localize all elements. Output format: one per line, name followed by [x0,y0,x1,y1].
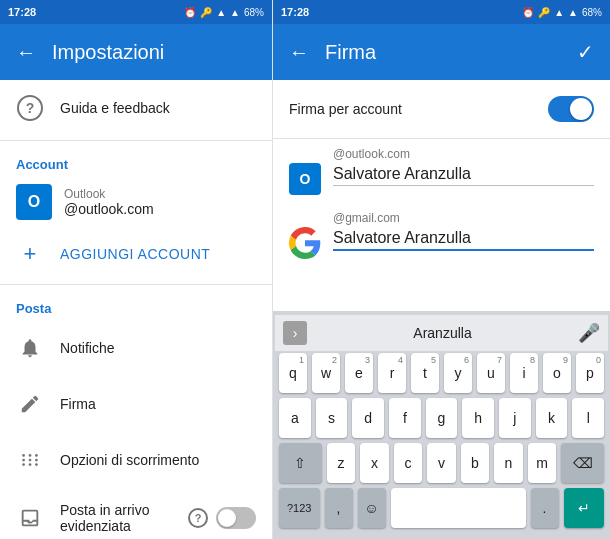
outlook-account-item[interactable]: O Outlook @outlook.com [0,176,272,228]
suggestion-bar: › Aranzulla 🎤 [275,315,608,351]
key-q[interactable]: 1q [279,353,307,393]
posta-evidenziata-toggle[interactable] [216,507,256,529]
key-k[interactable]: k [536,398,568,438]
gmail-firma-input[interactable] [333,227,594,251]
help-feedback-item[interactable]: ? Guida e feedback [0,80,272,136]
key-v[interactable]: v [427,443,456,483]
firma-toggle[interactable] [548,96,594,122]
suggestion-word[interactable]: Aranzulla [311,325,574,341]
key-d[interactable]: d [352,398,384,438]
suggestion-expand[interactable]: › [283,321,307,345]
outlook-firma-row: O @outlook.com [273,139,610,203]
key-i[interactable]: 8i [510,353,538,393]
divider-1 [0,140,272,141]
key-z[interactable]: z [327,443,356,483]
svg-point-5 [35,454,38,457]
right-status-bar: 17:28 ⏰ 🔑 ▲ ▲ 68% [273,0,610,24]
alarm-icon-r: ⏰ [522,7,534,18]
key-g[interactable]: g [426,398,458,438]
key-a[interactable]: a [279,398,311,438]
left-status-bar: 17:28 ⏰ 🔑 ▲ ▲ 68% [0,0,272,24]
left-header-title: Impostazioni [52,41,256,64]
firma-item[interactable]: Firma [0,376,272,432]
space-key[interactable] [391,488,526,528]
right-time: 17:28 [281,6,309,18]
scroll-icon [16,446,44,474]
nums-key[interactable]: ?123 [279,488,320,528]
notifications-item[interactable]: Notifiche [0,320,272,376]
inbox-icon [16,504,44,532]
notifications-label: Notifiche [60,340,114,356]
key-y[interactable]: 6y [444,353,472,393]
alarm-icon: ⏰ [184,7,196,18]
left-content: ? Guida e feedback Account O Outlook @ou… [0,80,272,539]
key-m[interactable]: m [528,443,557,483]
battery-icon: 68% [244,7,264,18]
key-w[interactable]: 2w [312,353,340,393]
add-account-button[interactable]: + AGGIUNGI ACCOUNT [0,228,272,280]
section-account-label: Account [0,145,272,176]
key-b[interactable]: b [461,443,490,483]
key-n[interactable]: n [494,443,523,483]
key-c[interactable]: c [394,443,423,483]
account-email: @outlook.com [64,201,154,217]
svg-point-0 [22,459,25,462]
gmail-firma-field: @gmail.com [333,211,594,251]
gmail-firma-email: @gmail.com [333,211,594,225]
key-f[interactable]: f [389,398,421,438]
toggle-knob [570,98,592,120]
vpn-icon-r: 🔑 [538,7,550,18]
outlook-firma-input[interactable] [333,163,594,186]
svg-point-6 [22,463,25,466]
key-x[interactable]: x [360,443,389,483]
posta-evidenziata-item[interactable]: Posta in arrivo evidenziata ? [0,488,272,539]
account-info: Outlook @outlook.com [64,187,154,217]
enter-key[interactable]: ↵ [564,488,605,528]
key-r[interactable]: 4r [378,353,406,393]
key-h[interactable]: h [462,398,494,438]
key-s[interactable]: s [316,398,348,438]
firma-content: Firma per account O @outlook.com [273,80,610,311]
scorrimento-item[interactable]: Opzioni di scorrimento [0,432,272,488]
plus-icon: + [16,240,44,268]
period-key[interactable]: . [531,488,559,528]
key-j[interactable]: j [499,398,531,438]
help-feedback-label: Guida e feedback [60,100,170,116]
back-button[interactable]: ← [16,41,36,64]
divider-2 [0,284,272,285]
left-status-icons: ⏰ 🔑 ▲ ▲ 68% [184,7,264,18]
key-e[interactable]: 3e [345,353,373,393]
battery-icon-r: 68% [582,7,602,18]
mic-icon[interactable]: 🎤 [578,322,600,344]
key-p[interactable]: 0p [576,353,604,393]
key-row-4: ?123 , ☺ . ↵ [279,488,604,528]
gmail-firma-row: @gmail.com [273,203,610,267]
svg-point-8 [35,463,38,466]
key-u[interactable]: 7u [477,353,505,393]
check-button[interactable]: ✓ [577,40,594,64]
key-o[interactable]: 9o [543,353,571,393]
svg-point-7 [29,463,32,466]
svg-point-2 [35,459,38,462]
key-row-1: 1q 2w 3e 4r 5t 6y 7u 8i 9o 0p [279,353,604,393]
firma-toggle-row: Firma per account [273,80,610,139]
shift-key[interactable]: ⇧ [279,443,322,483]
key-row-3: ⇧ z x c v b n m ⌫ [279,443,604,483]
gmail-firma-icon [289,227,321,259]
emoji-key[interactable]: ☺ [358,488,386,528]
signature-icon [16,390,44,418]
right-back-button[interactable]: ← [289,41,309,64]
key-l[interactable]: l [572,398,604,438]
key-t[interactable]: 5t [411,353,439,393]
signal-icon-r: ▲ [554,7,564,18]
comma-key[interactable]: , [325,488,353,528]
posta-evidenziata-label: Posta in arrivo evidenziata [60,502,172,534]
backspace-key[interactable]: ⌫ [561,443,604,483]
outlook-firma-icon: O [289,163,321,195]
posta-help-icon[interactable]: ? [188,508,208,528]
right-header: ← Firma ✓ [273,24,610,80]
bell-icon [16,334,44,362]
keyboard-rows: 1q 2w 3e 4r 5t 6y 7u 8i 9o 0p a s d f g … [275,351,608,535]
right-panel: 17:28 ⏰ 🔑 ▲ ▲ 68% ← Firma ✓ Firma per ac… [273,0,610,539]
key-row-2: a s d f g h j k l [279,398,604,438]
